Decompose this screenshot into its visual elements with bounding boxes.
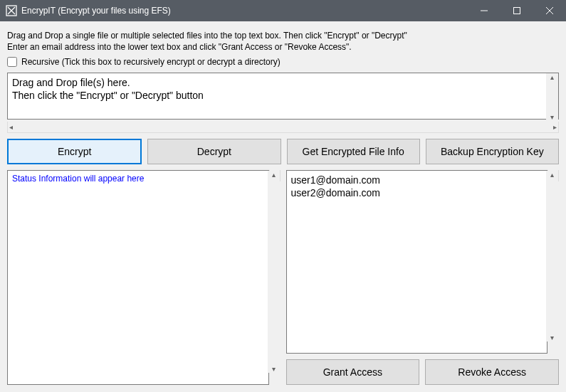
status-pane: ▴▾ ◂▸ — [7, 170, 281, 385]
email-vertical-scrollbar[interactable]: ▴▾ — [546, 171, 558, 341]
email-textbox[interactable] — [286, 170, 548, 354]
minimize-button[interactable] — [468, 0, 501, 21]
recursive-checkbox[interactable] — [7, 57, 17, 67]
backup-key-button[interactable]: Backup Encryption Key — [426, 139, 559, 164]
close-button[interactable] — [533, 0, 566, 21]
file-drop-area: ▴▾ ◂▸ — [7, 73, 559, 133]
lower-panes: ▴▾ ◂▸ ▴▾ ◂▸ Grant Access Revoke Access — [7, 170, 559, 385]
instructions-line2: Enter an email address into the lower te… — [7, 41, 559, 53]
recursive-checkbox-row[interactable]: Recursive (Tick this box to recursively … — [7, 57, 559, 67]
encrypt-button[interactable]: Encrypt — [7, 139, 142, 164]
access-button-row: Grant Access Revoke Access — [286, 359, 560, 385]
maximize-button[interactable] — [501, 0, 533, 21]
access-pane: ▴▾ ◂▸ Grant Access Revoke Access — [286, 170, 560, 385]
status-textbox[interactable] — [7, 170, 269, 385]
status-vertical-scrollbar[interactable]: ▴▾ — [268, 171, 280, 373]
decrypt-button[interactable]: Decrypt — [147, 139, 281, 164]
instructions-line1: Drag and Drop a single file or multiple … — [7, 30, 559, 41]
status-box-wrap: ▴▾ ◂▸ — [7, 170, 281, 385]
file-drop-textbox[interactable] — [7, 73, 559, 120]
window-title: EncrypIT (Encrypt your files using EFS) — [21, 6, 171, 16]
titlebar: EncrypIT (Encrypt your files using EFS) — [0, 0, 566, 21]
instructions: Drag and Drop a single file or multiple … — [7, 30, 559, 53]
main-button-row: Encrypt Decrypt Get Encrypted File Info … — [7, 139, 559, 164]
grant-access-button[interactable]: Grant Access — [286, 359, 420, 385]
client-area: Drag and Drop a single file or multiple … — [0, 21, 566, 392]
get-info-button[interactable]: Get Encrypted File Info — [287, 139, 420, 164]
file-vertical-scrollbar[interactable]: ▴▾ — [546, 73, 558, 121]
file-horizontal-scrollbar[interactable]: ◂▸ — [7, 122, 559, 133]
svg-rect-4 — [514, 8, 520, 14]
app-icon — [6, 5, 17, 16]
revoke-access-button[interactable]: Revoke Access — [425, 359, 559, 385]
recursive-label: Recursive (Tick this box to recursively … — [21, 57, 281, 67]
email-box-wrap: ▴▾ ◂▸ — [286, 170, 560, 354]
